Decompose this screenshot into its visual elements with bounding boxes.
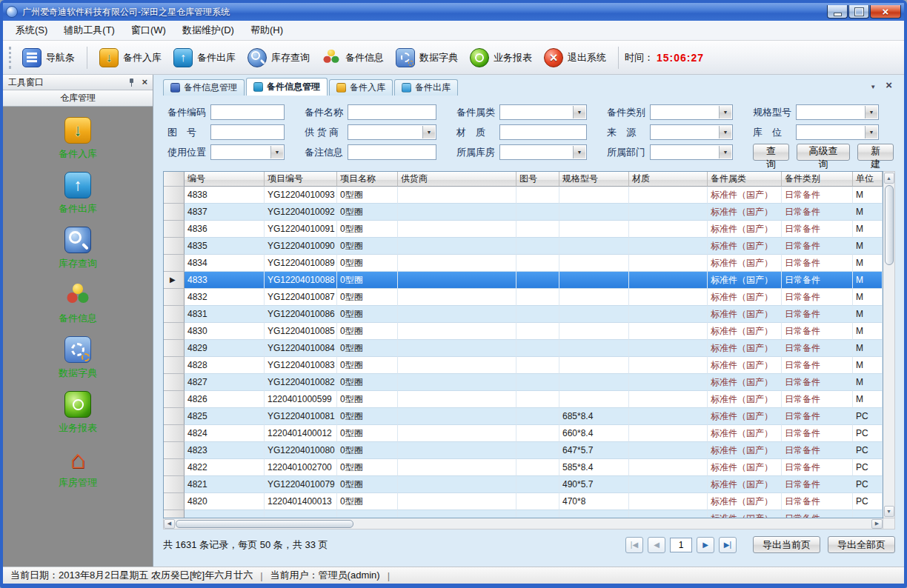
vertical-scrollbar[interactable]	[883, 171, 895, 518]
vertical-scrollbar-thumb[interactable]	[885, 185, 894, 265]
column-header[interactable]: 项目名称	[337, 172, 398, 187]
grid-row[interactable]: 4821YG122040100790型圈490*5.7标准件（国产）日常备件PC	[164, 476, 883, 493]
grid-row[interactable]: 4823YG122040100800型圈647*5.7标准件（国产）日常备件PC	[164, 442, 883, 459]
grid-row[interactable]: 482012204014000130型圈470*8标准件（国产）日常备件PC	[164, 493, 883, 510]
category-select[interactable]	[499, 104, 587, 120]
first-page-button[interactable]: |◀	[625, 537, 643, 553]
sidebar-item-dict[interactable]: 数据字典	[59, 336, 97, 380]
source-select[interactable]	[650, 124, 733, 140]
toolbar-button-nav[interactable]: 导航条	[16, 45, 81, 70]
toolbar-button-outbound[interactable]: 备件出库	[167, 45, 242, 70]
scroll-down-icon[interactable]	[884, 506, 894, 517]
department-select[interactable]	[650, 144, 733, 160]
export-current-page-button[interactable]: 导出当前页	[753, 536, 820, 553]
warehouse-select[interactable]	[499, 144, 587, 160]
remark-input[interactable]	[348, 144, 436, 160]
toolbar-grip-handle[interactable]	[9, 47, 12, 69]
tab-1[interactable]: 备件信息管理	[163, 79, 245, 96]
grid-row[interactable]: 4829YG122040100840型圈标准件（国产）日常备件M	[164, 340, 883, 357]
horizontal-scrollbar-thumb[interactable]	[176, 520, 353, 528]
sidebar-item-house[interactable]: 库房管理	[59, 446, 97, 490]
grid-row[interactable]: 482612204010005990型圈标准件（国产）日常备件M	[164, 391, 883, 408]
grid-row[interactable]: 4837YG122040100920型圈标准件（国产）日常备件M	[164, 204, 883, 221]
use-position-select[interactable]	[210, 144, 285, 160]
grid-row[interactable]: 4827YG122040100820型圈标准件（国产）日常备件M	[164, 374, 883, 391]
scroll-up-icon[interactable]	[884, 173, 894, 184]
grid-row[interactable]: 4836YG122040100910型圈标准件（国产）日常备件M	[164, 221, 883, 238]
maximize-button[interactable]	[848, 5, 869, 19]
material-input[interactable]	[499, 124, 587, 140]
toolbar-button-info[interactable]: 备件信息	[316, 45, 390, 70]
sidebar-item-info[interactable]: 备件信息	[59, 281, 97, 325]
horizontal-scrollbar[interactable]	[163, 518, 883, 529]
sidebar-item-outbound[interactable]: 备件出库	[59, 172, 97, 216]
scroll-left-icon[interactable]	[164, 519, 175, 529]
toolbar-button-report[interactable]: 业务报表	[464, 45, 538, 70]
grid-cell	[516, 187, 559, 204]
drawing-input[interactable]	[210, 124, 285, 140]
tab-3[interactable]: 备件入库	[329, 79, 393, 96]
column-header[interactable]: 材质	[629, 172, 708, 187]
supplier-select[interactable]	[348, 124, 436, 140]
row-selector	[164, 238, 185, 255]
export-all-pages-button[interactable]: 导出全部页	[828, 536, 895, 553]
sidebar-item-query[interactable]: 库存查询	[59, 227, 97, 270]
last-page-button[interactable]: ▶|	[719, 537, 737, 553]
close-icon[interactable]	[886, 78, 892, 92]
column-header[interactable]: 编号	[185, 172, 265, 187]
menu-item-4[interactable]: 数据维护(D)	[174, 21, 242, 40]
grid-row[interactable]: 4825YG122040100810型圈685*8.4标准件（国产）日常备件PC	[164, 408, 883, 425]
new-button[interactable]: 新建	[857, 144, 894, 161]
chevron-down-icon[interactable]	[870, 78, 876, 92]
grid-row[interactable]: 4830YG122040100850型圈标准件（国产）日常备件M	[164, 323, 883, 340]
close-button[interactable]	[870, 5, 901, 19]
sidebar-item-report[interactable]: 业务报表	[59, 391, 97, 435]
query-button[interactable]: 查询	[753, 144, 789, 161]
spec-select[interactable]	[796, 104, 879, 120]
tab-2[interactable]: 备件信息管理	[246, 78, 328, 96]
toolbar-button-exit[interactable]: 退出系统	[538, 45, 612, 70]
grid-row[interactable]: 4833YG122040100880型圈标准件（国产）日常备件M	[164, 272, 883, 289]
grid-cell	[559, 187, 629, 204]
field-label: 备件编码	[167, 106, 210, 119]
menu-item-1[interactable]: 系统(S)	[7, 21, 56, 40]
sidebar-item-inbound[interactable]: 备件入库	[59, 117, 97, 161]
column-header[interactable]: 供货商	[398, 172, 516, 187]
toolbar-button-query[interactable]: 库存查询	[242, 45, 316, 70]
menu-item-2[interactable]: 辅助工具(T)	[56, 21, 123, 40]
grid-row[interactable]: 4832YG122040100870型圈标准件（国产）日常备件M	[164, 289, 883, 306]
column-header[interactable]: 规格型号	[559, 172, 629, 187]
minimize-button[interactable]	[827, 5, 848, 19]
grid-row[interactable]: 4838YG122040100930型圈标准件（国产）日常备件M	[164, 187, 883, 204]
menu-item-3[interactable]: 窗口(W)	[123, 21, 174, 40]
grid-cell: 470*8	[559, 493, 629, 510]
name-input[interactable]	[348, 104, 436, 120]
column-header[interactable]: 单位	[853, 172, 883, 187]
column-header[interactable]: 项目编号	[265, 172, 337, 187]
grid-row[interactable]: 4831YG122040100860型圈标准件（国产）日常备件M	[164, 306, 883, 323]
column-header[interactable]: 备件类别	[782, 172, 853, 187]
grid-row[interactable]: 4834YG122040100890型圈标准件（国产）日常备件M	[164, 255, 883, 272]
grid-row[interactable]: 482212204010027000型圈585*8.4标准件（国产）日常备件PC	[164, 459, 883, 476]
next-page-button[interactable]: ▶	[697, 537, 714, 553]
grid-row[interactable]: 4835YG122040100900型圈标准件（国产）日常备件M	[164, 238, 883, 255]
close-icon[interactable]	[142, 77, 147, 87]
column-header[interactable]: 图号	[516, 172, 559, 187]
page-number-input[interactable]	[670, 538, 692, 552]
tab-4[interactable]: 备件出库	[394, 79, 458, 96]
toolbar-button-dict[interactable]: 数据字典	[390, 45, 464, 70]
advanced-query-button[interactable]: 高级查询	[797, 144, 850, 161]
column-header[interactable]: 备件属类	[708, 172, 782, 187]
grid-row[interactable]: 4828YG122040100830型圈标准件（国产）日常备件M	[164, 357, 883, 374]
menu-item-5[interactable]: 帮助(H)	[242, 21, 291, 40]
pin-icon[interactable]	[128, 78, 135, 87]
scroll-right-icon[interactable]	[871, 519, 883, 529]
prev-page-button[interactable]: ◀	[648, 537, 665, 553]
location-select[interactable]	[796, 124, 879, 140]
grid-cell: 1220401002700	[265, 459, 337, 476]
toolbar-button-inbound[interactable]: 备件入库	[93, 45, 167, 70]
code-input[interactable]	[210, 104, 285, 120]
grid-row[interactable]: 482412204014000120型圈660*8.4标准件（国产）日常备件PC	[164, 425, 883, 442]
grid-row[interactable]: 标准件（国产）日常备件	[164, 510, 883, 518]
type-select[interactable]	[650, 104, 733, 120]
